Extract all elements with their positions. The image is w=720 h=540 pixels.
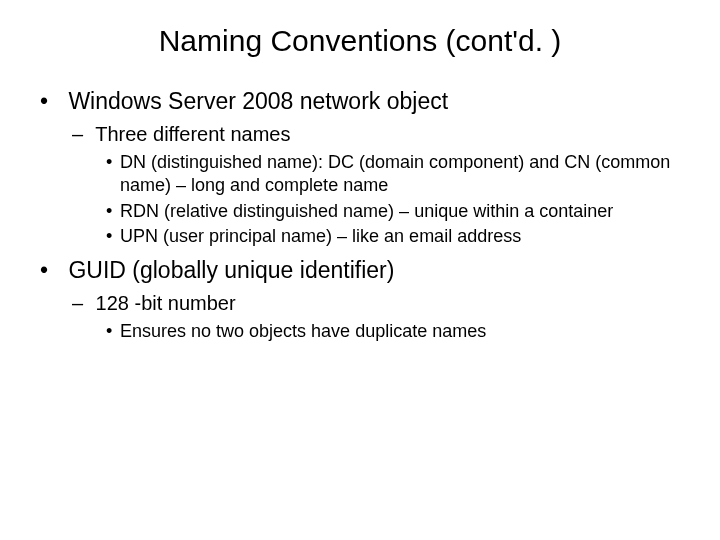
- list-item-text: 128 -bit number: [96, 292, 236, 314]
- list-item-text: GUID (globally unique identifier): [68, 257, 394, 283]
- list-item: Ensures no two objects have duplicate na…: [106, 320, 680, 343]
- bullet-list-lvl2: Three different names DN (distinguished …: [40, 121, 680, 249]
- list-item: RDN (relative distinguished name) – uniq…: [106, 200, 680, 223]
- list-item-text: RDN (relative distinguished name) – uniq…: [120, 201, 613, 221]
- list-item: DN (distinguished name): DC (domain comp…: [106, 151, 680, 198]
- list-item-text: Windows Server 2008 network object: [68, 88, 448, 114]
- slide: Naming Conventions (cont'd. ) Windows Se…: [0, 0, 720, 540]
- bullet-list-lvl3: DN (distinguished name): DC (domain comp…: [72, 151, 680, 249]
- list-item-text: Three different names: [95, 123, 290, 145]
- bullet-list-lvl3: Ensures no two objects have duplicate na…: [72, 320, 680, 343]
- list-item: Three different names DN (distinguished …: [72, 121, 680, 249]
- list-item: 128 -bit number Ensures no two objects h…: [72, 290, 680, 343]
- list-item-text: DN (distinguished name): DC (domain comp…: [120, 152, 670, 195]
- list-item: GUID (globally unique identifier) 128 -b…: [40, 255, 680, 343]
- bullet-list-lvl1: Windows Server 2008 network object Three…: [40, 86, 680, 343]
- bullet-list-lvl2: 128 -bit number Ensures no two objects h…: [40, 290, 680, 343]
- list-item-text: Ensures no two objects have duplicate na…: [120, 321, 486, 341]
- list-item-text: UPN (user principal name) – like an emai…: [120, 226, 521, 246]
- list-item: Windows Server 2008 network object Three…: [40, 86, 680, 249]
- slide-title: Naming Conventions (cont'd. ): [40, 24, 680, 58]
- list-item: UPN (user principal name) – like an emai…: [106, 225, 680, 248]
